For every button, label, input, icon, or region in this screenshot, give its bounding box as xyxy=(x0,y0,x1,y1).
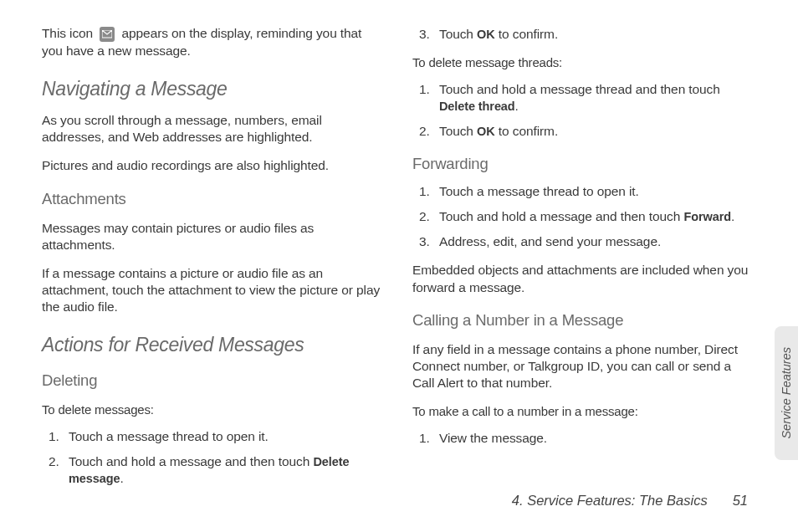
heading-actions: Actions for Received Messages xyxy=(42,334,386,356)
footer-chapter: 4. Service Features: The Basics xyxy=(512,493,708,509)
column-right: Touch OK to confirm. To delete message t… xyxy=(412,25,756,487)
step-item: Touch a message thread to open it. xyxy=(412,183,756,200)
step-item: Touch and hold a message thread and then… xyxy=(412,81,756,115)
step-text: Touch xyxy=(439,27,477,41)
step-item: Touch and hold a message and then touch … xyxy=(412,208,756,225)
manual-page: This icon appears on the display, remind… xyxy=(0,0,798,532)
heading-forwarding: Forwarding xyxy=(412,155,756,173)
step-item: Touch OK to confirm. xyxy=(412,26,756,43)
step-text: Touch and hold a message thread and then… xyxy=(439,82,720,96)
ui-label-forward: Forward xyxy=(683,210,731,223)
lead-delete-messages: To delete messages: xyxy=(42,402,386,418)
step-item: Touch and hold a message and then touch … xyxy=(42,453,386,487)
section-tab: Service Features xyxy=(775,326,798,460)
para-forward-note: Embedded objects and attachments are inc… xyxy=(412,262,756,295)
steps-delete-messages: Touch a message thread to open it. Touch… xyxy=(42,428,386,487)
heading-deleting: Deleting xyxy=(42,371,386,390)
para-calling: If any field in a message contains a pho… xyxy=(412,341,756,391)
column-left: This icon appears on the display, remind… xyxy=(42,25,386,487)
steps-delete-threads: Touch and hold a message thread and then… xyxy=(412,81,756,140)
heading-calling: Calling a Number in a Message xyxy=(412,311,756,330)
para-attach-2: If a message contains a picture or audio… xyxy=(42,265,386,315)
page-footer: 4. Service Features: The Basics 51 xyxy=(512,493,748,509)
para-nav-2: Pictures and audio recordings are also h… xyxy=(42,157,386,174)
step-text: . xyxy=(515,99,519,113)
step-text: Touch xyxy=(439,124,477,138)
ui-label-ok: OK xyxy=(477,125,495,138)
para-nav-1: As you scroll through a message, numbers… xyxy=(42,112,386,146)
intro-text: This icon appears on the display, remind… xyxy=(42,25,386,59)
two-column-layout: This icon appears on the display, remind… xyxy=(42,25,756,487)
lead-delete-threads: To delete message threads: xyxy=(412,54,756,71)
section-tab-label: Service Features xyxy=(780,347,793,439)
footer-page-number: 51 xyxy=(733,493,748,509)
steps-calling: View the message. xyxy=(412,430,756,447)
intro-part-a: This icon xyxy=(42,26,93,40)
heading-attachments: Attachments xyxy=(42,190,386,208)
step-text: to confirm. xyxy=(495,124,558,138)
steps-delete-messages-cont: Touch OK to confirm. xyxy=(412,26,756,43)
step-text: Touch and hold a message and then touch xyxy=(439,209,683,223)
para-attach-1: Messages may contain pictures or audio f… xyxy=(42,220,386,253)
step-text: . xyxy=(120,471,123,485)
message-icon xyxy=(100,26,115,43)
step-item: Touch a message thread to open it. xyxy=(42,428,386,445)
ui-label-ok: OK xyxy=(477,28,495,41)
step-item: View the message. xyxy=(412,430,756,447)
step-text: Touch and hold a message and then touch xyxy=(69,454,313,468)
step-text: . xyxy=(731,209,734,223)
step-item: Address, edit, and send your message. xyxy=(412,233,756,250)
steps-forwarding: Touch a message thread to open it. Touch… xyxy=(412,183,756,250)
ui-label-delete-thread: Delete thread xyxy=(439,100,515,113)
lead-calling: To make a call to a number in a message: xyxy=(412,403,756,420)
step-item: Touch OK to confirm. xyxy=(412,123,756,140)
step-text: to confirm. xyxy=(495,27,558,41)
heading-navigating: Navigating a Message xyxy=(42,78,386,100)
